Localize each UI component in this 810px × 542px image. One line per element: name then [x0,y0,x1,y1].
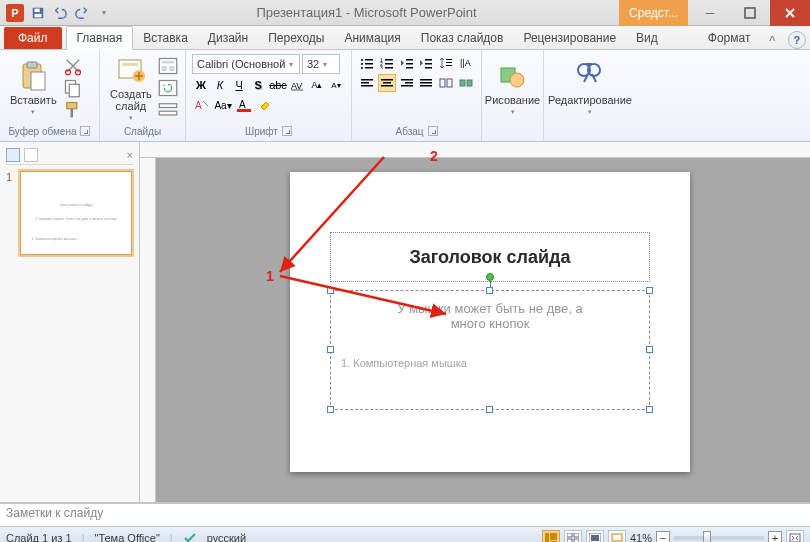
new-slide-button[interactable]: Создать слайд ▾ [106,52,156,124]
resize-handle-nw[interactable] [327,287,334,294]
resize-handle-e[interactable] [646,346,653,353]
italic-button[interactable]: К [211,76,229,94]
reading-view-icon[interactable] [586,530,604,543]
tab-design[interactable]: Дизайн [198,27,258,49]
resize-handle-n[interactable] [486,287,493,294]
normal-view-icon[interactable] [542,530,560,543]
tab-slideshow[interactable]: Показ слайдов [411,27,514,49]
font-launcher[interactable] [282,126,292,136]
slideshow-view-icon[interactable] [608,530,626,543]
notes-pane[interactable]: Заметки к слайду [0,502,810,526]
zoom-in-button[interactable]: + [768,531,782,543]
tab-insert[interactable]: Вставка [133,27,198,49]
svg-rect-53 [383,82,391,84]
group-font: Calibri (Основной▾ 32▾ Ж К Ч S abc AV A▴… [186,50,352,141]
slides-tab-icon[interactable] [6,148,20,162]
save-icon[interactable] [28,3,48,23]
highlight-button[interactable] [255,96,275,114]
body-placeholder[interactable]: У мышки может быть не две, амного кнопок… [330,290,650,410]
tab-file[interactable]: Файл [4,27,62,49]
cut-icon[interactable] [63,56,83,76]
strike-button[interactable]: abc [268,76,288,94]
svg-rect-58 [420,79,432,81]
close-button[interactable] [770,0,810,26]
svg-rect-5 [27,62,37,68]
svg-rect-57 [401,85,413,87]
columns-button[interactable] [437,74,456,92]
tab-format[interactable]: Формат [698,27,761,49]
zoom-out-button[interactable]: − [656,531,670,543]
numbering-button[interactable]: 123 [378,54,397,72]
clear-format-button[interactable]: A [192,96,212,114]
minimize-button[interactable]: ─ [690,0,730,26]
resize-handle-se[interactable] [646,406,653,413]
help-icon[interactable]: ? [788,31,806,49]
copy-icon[interactable] [63,78,83,98]
align-left-button[interactable] [358,74,377,92]
svg-rect-36 [385,63,393,65]
tab-home[interactable]: Главная [66,26,134,50]
slide-canvas[interactable]: Заголовок слайда У мышки может быть не д… [140,142,810,502]
change-case-button[interactable]: Aa▾ [213,96,233,114]
reset-icon[interactable] [158,78,178,98]
smartart-button[interactable] [456,74,475,92]
tab-transitions[interactable]: Переходы [258,27,334,49]
thumb-number: 1 [6,171,16,255]
zoom-slider-thumb[interactable] [703,531,711,543]
paragraph-launcher[interactable] [428,126,438,136]
outline-tab-icon[interactable] [24,148,38,162]
qat-customize-icon[interactable]: ▾ [94,3,114,23]
resize-handle-sw[interactable] [327,406,334,413]
svg-rect-10 [69,84,79,97]
grow-font-button[interactable]: A▴ [308,76,326,94]
line-spacing-button[interactable] [437,54,456,72]
panel-close-icon[interactable]: × [127,149,133,161]
sorter-view-icon[interactable] [564,530,582,543]
increase-indent-button[interactable] [417,54,436,72]
justify-button[interactable] [417,74,436,92]
resize-handle-ne[interactable] [646,287,653,294]
bullets-button[interactable] [358,54,377,72]
minimize-ribbon-icon[interactable]: ^ [763,31,781,49]
underline-button[interactable]: Ч [230,76,248,94]
layout-icon[interactable] [158,56,178,76]
maximize-button[interactable] [730,0,770,26]
status-slide-count: Слайд 1 из 1 [6,532,72,543]
group-paragraph: 123 ||A Абзац [352,50,482,141]
fit-to-window-icon[interactable] [786,530,804,543]
bold-button[interactable]: Ж [192,76,210,94]
slide[interactable]: Заголовок слайда У мышки может быть не д… [290,172,690,472]
align-center-button[interactable] [378,74,397,92]
resize-handle-w[interactable] [327,346,334,353]
paste-icon [17,60,49,92]
decrease-indent-button[interactable] [397,54,416,72]
contextual-tab-tools[interactable]: Средст... [619,0,688,26]
redo-icon[interactable] [72,3,92,23]
rotation-handle[interactable] [486,273,494,281]
font-name-combo[interactable]: Calibri (Основной▾ [192,54,300,74]
zoom-level[interactable]: 41% [630,532,652,543]
tab-animations[interactable]: Анимация [334,27,410,49]
shadow-button[interactable]: S [249,76,267,94]
char-spacing-button[interactable]: AV [289,76,307,94]
tab-review[interactable]: Рецензирование [513,27,626,49]
shrink-font-button[interactable]: A▾ [327,76,345,94]
svg-rect-17 [162,61,175,64]
paste-button[interactable]: Вставить ▾ [6,58,61,118]
tab-view[interactable]: Вид [626,27,668,49]
format-painter-icon[interactable] [63,100,83,120]
editing-button[interactable]: Редактирование ▾ [544,58,636,118]
align-right-button[interactable] [397,74,416,92]
spellcheck-icon[interactable] [183,530,197,543]
resize-handle-s[interactable] [486,406,493,413]
font-color-button[interactable]: A [234,96,254,114]
status-language[interactable]: русский [207,532,246,543]
undo-icon[interactable] [50,3,70,23]
zoom-slider[interactable] [674,536,764,540]
drawing-button[interactable]: Рисование ▾ [481,58,544,118]
text-direction-button[interactable]: ||A [456,54,475,72]
clipboard-launcher[interactable] [80,126,90,136]
section-icon[interactable] [158,100,178,120]
slide-thumbnail[interactable]: Заголовок слайда У мышки может быть не д… [20,171,132,255]
font-size-combo[interactable]: 32▾ [302,54,340,74]
